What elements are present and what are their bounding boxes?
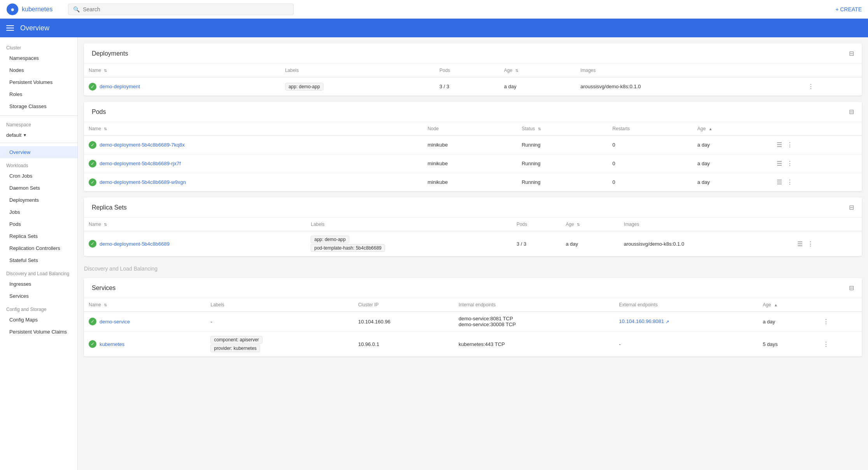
th-rs-pods[interactable]: Pods — [512, 218, 561, 231]
sidebar-item-pvc[interactable]: Persistent Volume Claims — [0, 326, 77, 338]
table-row: ✓ demo-service - 10.104.160.96 demo-serv… — [84, 312, 862, 332]
sidebar-item-daemon-sets[interactable]: Daemon Sets — [0, 182, 77, 194]
sidebar-item-replication-controllers[interactable]: Replication Controllers — [0, 242, 77, 254]
svc-external-link-0[interactable]: 10.104.160.96:8081 — [619, 318, 664, 324]
search-input[interactable] — [83, 6, 289, 12]
pod-restarts-2: 0 — [608, 173, 693, 192]
namespace-select[interactable]: default ▼ — [0, 131, 77, 140]
svc-name-link-1[interactable]: kubernetes — [100, 341, 124, 347]
namespace-label: Namespace — [0, 119, 77, 131]
svc-name-link-0[interactable]: demo-service — [100, 319, 130, 325]
sidebar-item-stateful-sets[interactable]: Stateful Sets — [0, 254, 77, 266]
sidebar-item-namespaces[interactable]: Namespaces — [0, 52, 77, 64]
svc-name-cell-1: ✓ kubernetes — [84, 332, 206, 357]
sidebar-item-replica-sets[interactable]: Replica Sets — [0, 230, 77, 242]
th-dep-age[interactable]: Age ⇅ — [499, 64, 576, 77]
services-title: Services — [92, 285, 116, 292]
sidebar-item-jobs[interactable]: Jobs — [0, 206, 77, 218]
th-pod-actions — [770, 122, 862, 136]
replica-sets-filter-icon[interactable]: ⊟ — [849, 204, 854, 211]
th-svc-labels[interactable]: Labels — [206, 298, 353, 312]
dep-name-link[interactable]: demo-deployment — [100, 84, 140, 89]
rs-name-link[interactable]: demo-deployment-5b4c8b6689 — [100, 241, 170, 247]
services-filter-icon[interactable]: ⊟ — [849, 284, 854, 292]
th-dep-labels[interactable]: Labels — [280, 64, 435, 77]
th-rs-images[interactable]: Images — [619, 218, 791, 231]
pods-card-header: Pods ⊟ — [84, 102, 862, 122]
logo[interactable]: ⎈ kubernetes — [6, 3, 52, 16]
list-icon[interactable]: ☰ — [775, 158, 784, 169]
list-icon[interactable]: ☰ — [775, 177, 784, 187]
pod-name-link-1[interactable]: demo-deployment-5b4c8b6689-rjx7f — [100, 161, 181, 166]
sidebar-item-nodes[interactable]: Nodes — [0, 64, 77, 76]
th-svc-external-ep[interactable]: External endpoints — [614, 298, 758, 312]
more-vert-icon[interactable]: ⋮ — [785, 140, 794, 150]
sort-icon: ⇅ — [104, 68, 107, 73]
sidebar-item-storage-classes[interactable]: Storage Classes — [0, 100, 77, 112]
main-content: Deployments ⊟ Name ⇅ Labels Pods Age ⇅ I… — [78, 37, 868, 470]
pod-name-link-0[interactable]: demo-deployment-5b4c8b6689-7kq8x — [100, 142, 185, 148]
th-dep-name[interactable]: Name ⇅ — [84, 64, 280, 77]
deployments-title: Deployments — [92, 50, 128, 57]
sidebar-divider-2 — [0, 143, 77, 143]
pod-status-1: Running — [517, 154, 607, 173]
th-rs-name[interactable]: Name ⇅ — [84, 218, 306, 231]
th-pod-name[interactable]: Name ⇅ — [84, 122, 423, 136]
dep-label-chip: app: demo-app — [285, 83, 324, 91]
list-icon[interactable]: ☰ — [775, 140, 784, 150]
sort-icon: ⇅ — [104, 222, 107, 227]
pod-name-link-2[interactable]: demo-deployment-5b4c8b6689-w9xgn — [100, 179, 186, 185]
create-button[interactable]: + CREATE — [835, 6, 862, 12]
dep-pods-cell: 3 / 3 — [435, 77, 499, 96]
discovery-section-label: Discovery and Load Balancing — [84, 262, 862, 272]
more-vert-icon[interactable]: ⋮ — [806, 239, 815, 249]
th-pod-age[interactable]: Age ▲ — [693, 122, 770, 136]
th-svc-cluster-ip[interactable]: Cluster IP — [354, 298, 454, 312]
menu-icon[interactable] — [6, 25, 14, 31]
pod-status-0: Running — [517, 136, 607, 154]
more-vert-icon[interactable]: ⋮ — [785, 177, 794, 187]
dep-images-cell: aroussisvg/demo-k8s:0.1.0 — [576, 77, 801, 96]
dep-age-cell: a day — [499, 77, 576, 96]
th-dep-images[interactable]: Images — [576, 64, 801, 77]
th-svc-age[interactable]: Age ▲ — [758, 298, 817, 312]
table-row: ✓ demo-deployment-5b4c8b6689-w9xgn minik… — [84, 173, 862, 192]
th-svc-internal-ep[interactable]: Internal endpoints — [454, 298, 614, 312]
deployments-filter-icon[interactable]: ⊟ — [849, 50, 854, 57]
status-ok-icon: ✓ — [89, 160, 96, 168]
more-vert-icon[interactable]: ⋮ — [821, 316, 831, 327]
th-pod-node[interactable]: Node — [423, 122, 517, 136]
search-icon: 🔍 — [73, 6, 80, 12]
sidebar-item-roles[interactable]: Roles — [0, 88, 77, 100]
services-card-header: Services ⊟ — [84, 278, 862, 298]
th-dep-pods[interactable]: Pods — [435, 64, 499, 77]
th-pod-status[interactable]: Status ⇅ — [517, 122, 607, 136]
list-icon[interactable]: ☰ — [796, 239, 804, 249]
th-rs-age[interactable]: Age ⇅ — [561, 218, 619, 231]
status-ok-icon: ✓ — [89, 141, 96, 149]
sidebar-item-pods[interactable]: Pods — [0, 218, 77, 230]
more-vert-icon[interactable]: ⋮ — [821, 339, 831, 349]
sidebar-item-config-maps[interactable]: Config Maps — [0, 314, 77, 326]
deployments-card-header: Deployments ⊟ — [84, 44, 862, 64]
sidebar-item-ingresses[interactable]: Ingresses — [0, 278, 77, 290]
pods-title: Pods — [92, 108, 106, 115]
sidebar-item-deployments[interactable]: Deployments — [0, 194, 77, 206]
th-rs-labels[interactable]: Labels — [306, 218, 512, 231]
sidebar-item-overview[interactable]: Overview — [0, 146, 77, 158]
th-pod-restarts[interactable]: Restarts — [608, 122, 693, 136]
search-bar[interactable]: 🔍 — [68, 3, 294, 15]
svc-labels-cell-1: component: apiserver provider: kubernete… — [206, 332, 353, 357]
sidebar-item-services[interactable]: Services — [0, 290, 77, 302]
th-svc-name[interactable]: Name ⇅ — [84, 298, 206, 312]
topbar-actions: + CREATE — [835, 6, 862, 12]
more-vert-icon[interactable]: ⋮ — [785, 158, 794, 169]
sort-icon-status: ⇅ — [538, 127, 541, 131]
more-vert-icon[interactable]: ⋮ — [806, 81, 816, 92]
pods-filter-icon[interactable]: ⊟ — [849, 108, 854, 115]
svg-text:⎈: ⎈ — [11, 7, 14, 12]
pod-node-2: minikube — [423, 173, 517, 192]
sidebar-item-cron-jobs[interactable]: Cron Jobs — [0, 170, 77, 182]
pod-status-2: Running — [517, 173, 607, 192]
sidebar-item-persistent-volumes[interactable]: Persistent Volumes — [0, 76, 77, 88]
